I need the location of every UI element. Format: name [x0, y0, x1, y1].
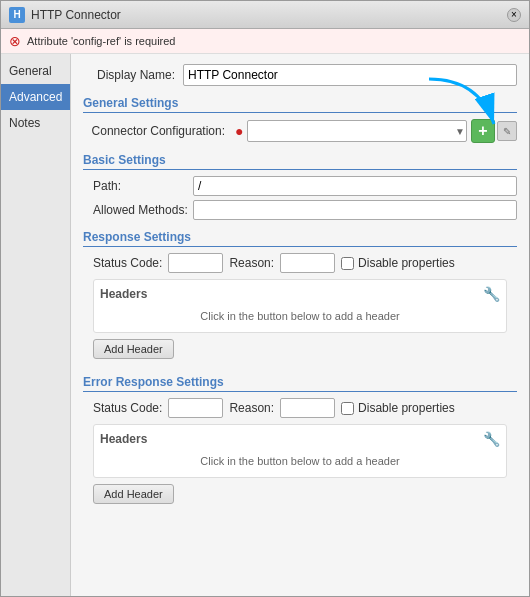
error-headers-title-row: Headers 🔧 [100, 431, 500, 447]
path-row: Path: [93, 176, 517, 196]
path-input[interactable] [193, 176, 517, 196]
error-headers-hint: Click in the button below to add a heade… [100, 447, 500, 471]
sidebar-item-general[interactable]: General [1, 58, 70, 84]
error-headers-section: Headers 🔧 Click in the button below to a… [93, 424, 507, 478]
close-button[interactable]: × [507, 8, 521, 22]
disable-properties-label: Disable properties [341, 256, 455, 270]
basic-settings-header: Basic Settings [83, 153, 517, 170]
connector-config-row: Connector Configuration: ● ▼ + ✎ [83, 119, 517, 143]
add-header-button[interactable]: Add Header [93, 339, 174, 359]
window-title: HTTP Connector [31, 8, 501, 22]
sidebar-item-advanced[interactable]: Advanced [1, 84, 70, 110]
connector-config-select[interactable] [247, 120, 467, 142]
required-indicator: ● [235, 123, 243, 139]
response-status-row: Status Code: Reason: Disable properties [93, 253, 517, 273]
general-settings-header: General Settings [83, 96, 517, 113]
reason-label: Reason: [229, 256, 274, 270]
error-response-status-row: Status Code: Reason: Disable properties [93, 398, 517, 418]
display-name-label: Display Name: [83, 68, 183, 82]
error-status-code-input[interactable] [168, 398, 223, 418]
error-wrench-icon: 🔧 [483, 431, 500, 447]
status-code-label: Status Code: [93, 256, 162, 270]
allowed-methods-input[interactable] [193, 200, 517, 220]
connector-config-label: Connector Configuration: [83, 124, 233, 138]
wrench-icon: 🔧 [483, 286, 500, 302]
error-headers-title-text: Headers [100, 432, 147, 446]
error-disable-properties-label: Disable properties [341, 401, 455, 415]
display-name-input[interactable] [183, 64, 517, 86]
disable-properties-checkbox[interactable] [341, 257, 354, 270]
basic-settings-grid: Path: Allowed Methods: [93, 176, 517, 220]
main-content: General Advanced Notes Display Name: Gen… [1, 54, 529, 596]
sidebar-item-notes[interactable]: Notes [1, 110, 70, 136]
headers-section: Headers 🔧 Click in the button below to a… [93, 279, 507, 333]
connector-config-wrapper: ▼ [247, 120, 467, 142]
error-message: Attribute 'config-ref' is required [27, 35, 176, 47]
allowed-methods-label: Allowed Methods: [93, 203, 193, 217]
headers-title-text: Headers [100, 287, 147, 301]
reason-input[interactable] [280, 253, 335, 273]
error-bar: ⊗ Attribute 'config-ref' is required [1, 29, 529, 54]
error-icon: ⊗ [9, 33, 21, 49]
status-code-input[interactable] [168, 253, 223, 273]
error-status-code-label: Status Code: [93, 401, 162, 415]
error-add-header-button[interactable]: Add Header [93, 484, 174, 504]
response-settings-header: Response Settings [83, 230, 517, 247]
display-name-row: Display Name: [83, 64, 517, 86]
error-response-settings-header: Error Response Settings [83, 375, 517, 392]
error-reason-label: Reason: [229, 401, 274, 415]
error-reason-input[interactable] [280, 398, 335, 418]
error-disable-properties-checkbox[interactable] [341, 402, 354, 415]
headers-hint: Click in the button below to add a heade… [100, 302, 500, 326]
content-area: Display Name: General Settings Con [71, 54, 529, 596]
window: H HTTP Connector × ⊗ Attribute 'config-r… [0, 0, 530, 597]
headers-title-row: Headers 🔧 [100, 286, 500, 302]
path-label: Path: [93, 179, 193, 193]
add-config-button[interactable]: + [471, 119, 495, 143]
edit-config-button[interactable]: ✎ [497, 121, 517, 141]
title-bar: H HTTP Connector × [1, 1, 529, 29]
window-icon: H [9, 7, 25, 23]
sidebar: General Advanced Notes [1, 54, 71, 596]
allowed-methods-row: Allowed Methods: [93, 200, 517, 220]
